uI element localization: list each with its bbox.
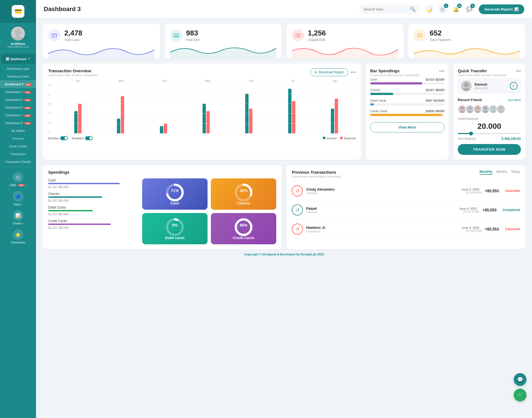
tab-monthly[interactable]: Monthly: [480, 170, 492, 175]
sidebar-item-apps[interactable]: 🔵 Apps ›: [0, 189, 36, 208]
sidebar-item-cms[interactable]: ⚙️ CMS New ›: [0, 170, 36, 189]
sidebar-user: Hi,William william@gmail.com: [0, 23, 36, 51]
spending-amounts-debit: $487 /$10000: [426, 99, 444, 102]
fab-container: 💬 🛒: [514, 373, 526, 401]
sidebar-item-transaction-details[interactable]: Transaction Details: [0, 158, 36, 166]
bar-spendings-title: Bar Spendings: [370, 68, 420, 73]
generate-report-label: Generate Report: [484, 7, 513, 11]
unpaid-emi-icon: [292, 29, 304, 42]
search-box[interactable]: 🔍: [359, 5, 420, 14]
sidebar-item-dashboard-7[interactable]: Dashboard 7 New: [0, 111, 36, 119]
main-content: Dashboard 3 🔍 🌙 🛒 2 🔔 12 💬 5 Generate Re…: [36, 0, 532, 418]
legend-number: Number: [48, 136, 68, 140]
svg-rect-2: [52, 34, 57, 37]
apps-icon: 🔵: [13, 191, 23, 202]
transaction-overview-title: Transaction Overview: [48, 68, 98, 73]
quick-transfer-menu[interactable]: •••: [516, 68, 521, 74]
sidebar-item-transaction[interactable]: Transaction: [0, 150, 36, 158]
tx-date-paipal: June 4, 2020: [459, 207, 477, 210]
sidebar-item-dashboard-4[interactable]: Dashboard 4 New: [0, 88, 36, 96]
amount-slider[interactable]: [458, 133, 521, 134]
sidebar-item-cards-center[interactable]: Cards Center: [0, 142, 36, 150]
sidebar-item-dashboard-light[interactable]: Dashboard Light: [0, 65, 36, 73]
analytics-toggle[interactable]: Analytics: [72, 136, 93, 140]
tile-credit: 96% Credit Cards: [211, 213, 276, 244]
transfer-now-button[interactable]: TRANSFER NOW: [458, 144, 521, 155]
download-report-button[interactable]: ⬇ Download Report: [310, 68, 348, 76]
badge-new: New: [24, 99, 30, 101]
badge-new: New: [24, 107, 30, 109]
svg-point-20: [490, 111, 496, 113]
svg-point-21: [499, 106, 503, 110]
tx-info-cindy: Cindy Alexandro Transfer: [306, 187, 458, 195]
transaction-overview-card: Transaction Overview Lorem ipsum dolor s…: [43, 63, 361, 160]
total-payment-label: Total Payment: [430, 38, 451, 42]
spending-item-credit: Credit Cards $1,567 /$5,000: [48, 219, 138, 229]
sidebar-item-my-wallet[interactable]: My Wallet: [0, 127, 36, 135]
balance-amount: $ 456,345.62: [502, 137, 521, 141]
analytics-toggle-pill: [85, 136, 93, 140]
fab-support[interactable]: 💬: [514, 373, 526, 386]
sidebar-item-charts[interactable]: 📊 Charts ›: [0, 208, 36, 227]
paid-emi-label: Paid EMI: [186, 38, 200, 42]
message-btn[interactable]: 💬 5: [464, 4, 474, 14]
view-more-button[interactable]: View More: [370, 122, 444, 132]
generate-report-button[interactable]: Generate Report 📊: [479, 4, 524, 14]
bar-chart-area: SunMonTueWedThuFriSat 100806040200: [48, 80, 356, 134]
search-input[interactable]: [364, 7, 408, 11]
dashboard-menu-btn[interactable]: ⊞ Dashboard ▼: [1, 54, 35, 64]
dashboard-btn-label: Dashboard: [11, 57, 26, 61]
user-email: william@gmail.com: [7, 45, 29, 48]
svg-point-0: [15, 29, 21, 35]
spendings-tiles: 71% Cash 30% Checks: [142, 178, 276, 244]
transfer-check-icon: ✓: [510, 82, 518, 90]
favourites-label: Favourites: [11, 241, 25, 244]
unpaid-emi-label: Unpaid EMI: [308, 38, 326, 42]
tab-today[interactable]: Today: [511, 170, 520, 175]
badge-new: New: [24, 122, 30, 125]
transaction-overview-menu[interactable]: •••: [351, 70, 356, 75]
svg-point-11: [461, 106, 464, 110]
see-more-link[interactable]: See More: [508, 98, 521, 102]
tab-weekly[interactable]: Weekly: [496, 170, 507, 175]
number-toggle[interactable]: Number: [48, 136, 68, 140]
bar-spendings-menu[interactable]: •••: [439, 68, 444, 74]
sidebar-item-favourites[interactable]: ⭐ Favourites: [0, 227, 36, 246]
bell-btn[interactable]: 🔔 12: [451, 4, 461, 14]
tx-time-cindy: 05:34:45 AM: [462, 191, 482, 194]
spending-amounts-cash: $1415 /$2000: [426, 78, 444, 81]
sidebar-item-dashboard-6[interactable]: Dashboard 6 New: [0, 104, 36, 111]
sidebar-item-dashboard-dark[interactable]: Dashboard Dark: [0, 73, 36, 80]
sidebar-item-dashboard-8[interactable]: Dashboard 8 New: [0, 119, 36, 127]
spending-label-cash: Cash: [370, 78, 377, 81]
bell-badge: 12: [457, 4, 462, 8]
amount-slider-thumb: [469, 132, 473, 135]
message-badge: 5: [470, 4, 475, 8]
fab-cart[interactable]: 🛒: [514, 389, 526, 401]
svg-point-10: [462, 88, 470, 91]
svg-point-22: [498, 111, 504, 113]
tx-icon-paipal: ↺: [292, 204, 303, 216]
tx-name-paipal: Paipal: [306, 206, 456, 211]
tx-info-paipal: Paipal Transfer: [306, 206, 456, 214]
theme-toggle-btn[interactable]: 🌙: [424, 4, 434, 14]
footer-text: Copyright © Designed & Developed by: [244, 253, 300, 256]
sidebar-item-invoices[interactable]: Invoices: [0, 135, 36, 142]
spending-item-checks: Checks $1,567 /$5,000: [48, 192, 138, 202]
bar-chart-yaxis: 100806040200: [48, 84, 52, 134]
cart-btn[interactable]: 🛒 2: [438, 4, 448, 14]
tx-type-paipal: Transfer: [306, 211, 456, 214]
middle-row: Transaction Overview Lorem ipsum dolor s…: [43, 63, 525, 160]
charts-icon: 📊: [13, 210, 23, 221]
sidebar-item-dashboard-3[interactable]: Dashboard 3 New: [0, 80, 36, 88]
sidebar-item-dashboard-5[interactable]: Dashboard 5 New: [0, 96, 36, 104]
cms-arrow: ›: [25, 183, 27, 187]
footer-brand: DexignLab: [301, 253, 316, 256]
total-payment-value: 652: [430, 29, 451, 37]
tx-type-cindy: Transfer: [306, 191, 458, 195]
quick-transfer-subtitle: Lorem ipsum dolor sit amet, consectetur: [458, 74, 507, 77]
spending-item-cash: Cash $1,567 /$5,000: [48, 178, 138, 189]
topbar: Dashboard 3 🔍 🌙 🛒 2 🔔 12 💬 5 Generate Re…: [36, 0, 532, 18]
friend-avatars: [458, 105, 521, 114]
spending-amounts-credit: $3890 /$4000: [426, 109, 444, 113]
